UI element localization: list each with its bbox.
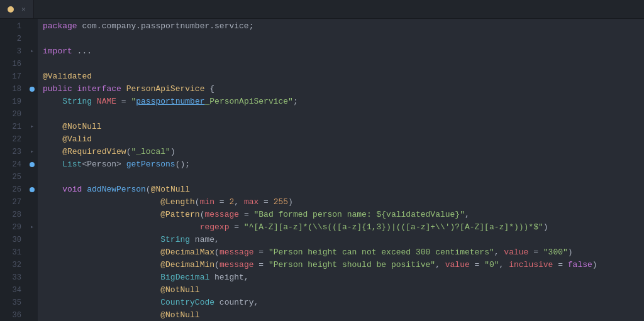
gutter-item (26, 284, 38, 297)
token-plain: ) (592, 259, 597, 271)
code-line: import ... (38, 45, 644, 58)
line-number: 22 (0, 133, 21, 146)
token-plain (43, 121, 62, 133)
token-str: "Bad formed person name: ${validatedValu… (253, 209, 464, 221)
token-kw: false (568, 259, 592, 271)
gutter-item[interactable] (26, 158, 38, 171)
token-annot: @RequiredView (62, 146, 126, 158)
token-str: "0" (484, 259, 499, 271)
token-kw: import (43, 45, 77, 58)
token-annot: @NotNull (151, 183, 190, 196)
code-line (38, 171, 644, 183)
fold-icon[interactable]: ▸ (30, 45, 34, 58)
gutter-item[interactable]: ▸ (26, 45, 38, 58)
token-plain: = (239, 209, 253, 221)
token-plain: ; (293, 95, 298, 108)
token-plain: = (253, 246, 268, 259)
code-line (38, 108, 644, 121)
token-const: NAME (97, 95, 116, 108)
token-plain (43, 221, 200, 234)
line-number: 27 (0, 196, 21, 209)
close-icon[interactable]: ✕ (21, 5, 26, 13)
token-plain: ( (200, 209, 205, 221)
code-line (38, 33, 644, 45)
gutter-item (26, 271, 38, 284)
line-number: 32 (0, 259, 21, 271)
token-kw2: BigDecimal (160, 271, 214, 284)
gutter-item (26, 70, 38, 83)
token-plain: = (116, 95, 131, 108)
token-str: _PersonApiService" (204, 95, 292, 108)
code-line: @Validated (38, 70, 644, 83)
token-plain: , (435, 259, 445, 271)
gutter-item (26, 309, 38, 321)
code-line: @RequiredView("_local") (38, 146, 644, 158)
token-plain (43, 209, 160, 221)
gutter-item (26, 20, 38, 33)
token-plain: ( (214, 246, 219, 259)
token-plain (43, 259, 160, 271)
code-line: @DecimalMax(message = "Person height can… (38, 246, 644, 259)
token-num: 255 (274, 196, 288, 209)
token-plain: name, (195, 234, 219, 246)
breakpoint-dot[interactable] (30, 187, 35, 192)
token-plain: ... (77, 45, 92, 58)
token-plain (43, 234, 160, 246)
gutter-item[interactable]: ▸ (26, 221, 38, 234)
gutter-item[interactable]: ▸ (26, 146, 38, 158)
line-number: 21 (0, 121, 21, 133)
token-plain: = (470, 259, 484, 271)
code-line: @NotNull (38, 121, 644, 133)
token-param-name: inclusive (509, 259, 553, 271)
token-plain: ( (126, 146, 131, 158)
line-number: 19 (0, 95, 21, 108)
token-plain (43, 271, 160, 284)
token-plain (43, 284, 160, 297)
line-number: 33 (0, 271, 21, 284)
code-line (38, 58, 644, 70)
gutter-item (26, 108, 38, 121)
token-plain: = (528, 246, 543, 259)
token-plain: = (553, 259, 567, 271)
token-annot: @Validated (43, 70, 92, 83)
token-param-name: value (504, 246, 528, 259)
gutter-item[interactable] (26, 183, 38, 196)
token-str: "^[A-Z][a-z]*(\\s(([a-z]{1,3})|(([a-z]+\… (244, 221, 543, 234)
code-line: @Pattern(message = "Bad formed person na… (38, 209, 644, 221)
code-line: String NAME = "passportnumber_PersonApiS… (38, 95, 644, 108)
token-plain (43, 309, 160, 321)
token-plain (43, 95, 62, 108)
token-method: addNewPerson (87, 183, 146, 196)
token-plain: (); (175, 158, 190, 171)
token-kw2: CountryCode (160, 297, 219, 309)
gutter-item (26, 209, 38, 221)
line-numbers: 1231617181920212223242526272829303132333… (0, 19, 26, 321)
code-content[interactable]: package com.company.passportnumber.servi… (38, 19, 644, 321)
token-annot: @Pattern (160, 209, 199, 221)
line-number: 3 (0, 45, 21, 58)
token-annot: @DecimalMin (160, 259, 214, 271)
line-number: 26 (0, 183, 21, 196)
gutter-item (26, 196, 38, 209)
breakpoint-dot[interactable] (30, 87, 35, 92)
fold-icon[interactable]: ▸ (30, 146, 34, 158)
code-line: List<Person> getPersons(); (38, 158, 644, 171)
code-line: void addNewPerson(@NotNull (38, 183, 644, 196)
code-line: BigDecimal height, (38, 271, 644, 284)
breakpoint-dot[interactable] (30, 162, 35, 167)
fold-icon[interactable]: ▸ (30, 121, 34, 133)
token-plain: ) (288, 196, 293, 209)
tab-bar: ✕ (0, 0, 644, 19)
token-num: 2 (229, 196, 234, 209)
fold-icon[interactable]: ▸ (30, 221, 34, 234)
tab-personapiservice[interactable]: ✕ (0, 0, 34, 18)
editor-area: 1231617181920212223242526272829303132333… (0, 19, 644, 321)
gutter-item[interactable] (26, 83, 38, 95)
token-kw: public (43, 83, 77, 95)
token-param-name: regexp (200, 221, 230, 234)
token-plain (43, 196, 160, 209)
gutter-item[interactable]: ▸ (26, 121, 38, 133)
token-plain: <Person> (82, 158, 126, 171)
line-number: 36 (0, 309, 21, 321)
token-annot: @DecimalMax (160, 246, 214, 259)
